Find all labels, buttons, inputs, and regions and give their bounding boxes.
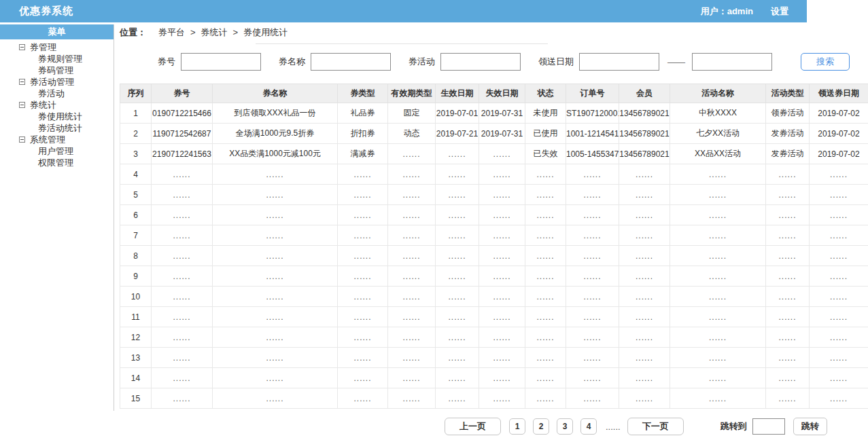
table-cell: ......: [213, 225, 338, 246]
next-page-button[interactable]: 下一页: [627, 418, 684, 435]
table-cell: ......: [338, 164, 388, 185]
table-row: 13......................................…: [120, 348, 868, 368]
table-cell: ......: [152, 287, 213, 307]
table-cell: ST1907120001: [566, 103, 619, 124]
table-cell: ......: [525, 266, 566, 287]
column-header: 券类型: [338, 84, 388, 103]
header-right: 用户：admin 设置: [701, 5, 807, 18]
table-cell: ......: [670, 327, 766, 348]
sidebar-item-group[interactable]: 券管理: [0, 41, 114, 53]
sidebar-item-child[interactable]: 用户管理: [0, 145, 114, 157]
search-field-input[interactable]: [311, 53, 391, 71]
table-cell: ......: [152, 164, 213, 185]
table-cell: ......: [670, 348, 766, 368]
sidebar-item-child[interactable]: 权限管理: [0, 157, 114, 168]
table-cell: ......: [670, 368, 766, 388]
table-cell: 11: [120, 307, 152, 327]
table-cell: 发券活动: [766, 144, 810, 164]
sidebar-item-child[interactable]: 券规则管理: [0, 53, 114, 65]
sidebar-item-child[interactable]: 券活动: [0, 88, 114, 99]
sidebar-item-child[interactable]: 券码管理: [0, 65, 114, 76]
sidebar-item-label: 券统计: [30, 99, 56, 111]
table-cell: 15: [120, 388, 152, 409]
table-cell: ......: [525, 287, 566, 307]
table-cell: ......: [479, 388, 525, 409]
table-cell: ......: [766, 164, 810, 185]
page-number-button[interactable]: 1: [509, 418, 525, 435]
table-cell: 七夕XX活动: [670, 124, 766, 144]
table-cell: ......: [670, 205, 766, 225]
page-number-button[interactable]: 2: [533, 418, 549, 435]
table-cell: XX品类满1000元减100元: [213, 144, 338, 164]
sidebar-item-group[interactable]: 券活动管理: [0, 76, 114, 88]
column-header: 活动名称: [670, 84, 766, 103]
jump-label: 跳转到: [721, 420, 747, 433]
page-number-button[interactable]: 3: [557, 418, 573, 435]
search-field-input[interactable]: [440, 53, 521, 71]
tree-collapse-icon[interactable]: [19, 102, 25, 108]
search-field-input[interactable]: [181, 53, 261, 71]
search-field-group: 券名称: [279, 53, 391, 71]
table-cell: ......: [152, 307, 213, 327]
tree-collapse-icon[interactable]: [19, 136, 25, 143]
table-cell: ......: [213, 327, 338, 348]
page: 优惠券系统 用户：admin 设置 菜单 券管理券规则管理券码管理券活动管理券活…: [0, 0, 868, 438]
table-cell: 10: [120, 287, 152, 307]
breadcrumb-item[interactable]: 券使用统计: [243, 27, 288, 37]
search-button[interactable]: 搜索: [801, 53, 850, 71]
jump-page-input[interactable]: [752, 418, 785, 435]
table-cell: ......: [619, 327, 670, 348]
table-cell: ......: [619, 205, 670, 225]
table-cell: 5: [120, 185, 152, 205]
table-cell: ......: [479, 225, 525, 246]
tree-collapse-icon[interactable]: [19, 79, 25, 85]
table-cell: 已使用: [525, 124, 566, 144]
table-cell: ......: [388, 164, 436, 185]
column-header: 领送券日期: [810, 84, 868, 103]
page-number-button[interactable]: 4: [580, 418, 597, 435]
table-cell: ......: [152, 205, 213, 225]
sidebar-item-child[interactable]: 券活动统计: [0, 122, 114, 134]
table-cell: ......: [388, 348, 436, 368]
column-header: 订单号: [566, 84, 619, 103]
table-cell: ......: [388, 246, 436, 266]
sidebar-item-label: 券活动统计: [38, 122, 82, 134]
table-cell: ......: [670, 388, 766, 409]
table-cell: 12: [120, 327, 152, 348]
table-cell: 2: [120, 124, 152, 144]
table-cell: ......: [479, 327, 525, 348]
date-to-input[interactable]: [692, 53, 772, 71]
table-cell: 13456789021: [619, 124, 670, 144]
sidebar-item-label: 用户管理: [38, 145, 73, 158]
table-cell: ......: [479, 246, 525, 266]
jump-button[interactable]: 跳转: [793, 418, 827, 435]
breadcrumb-item[interactable]: 券统计: [201, 27, 228, 37]
table-cell: 1: [120, 103, 152, 124]
column-header: 失效日期: [479, 84, 525, 103]
table-cell: ......: [566, 266, 619, 287]
settings-link[interactable]: 设置: [771, 5, 788, 18]
table-cell: ......: [810, 348, 868, 368]
table-cell: ......: [670, 266, 766, 287]
sidebar-item-group[interactable]: 券统计: [0, 99, 114, 111]
table-cell: ......: [619, 307, 670, 327]
table-cell: ......: [152, 246, 213, 266]
date-from-input[interactable]: [579, 53, 659, 71]
breadcrumb-items: 券平台>券统计>券使用统计: [156, 26, 290, 39]
prev-page-button[interactable]: 上一页: [445, 418, 501, 435]
sidebar-item-group[interactable]: 系统管理: [0, 134, 114, 145]
tree-collapse-icon[interactable]: [19, 44, 25, 50]
table-cell: ......: [525, 348, 566, 368]
sidebar-item-label: 系统管理: [30, 134, 65, 146]
table-cell: ......: [619, 368, 670, 388]
table-cell: ......: [213, 348, 338, 368]
table-cell: ......: [152, 327, 213, 348]
breadcrumb-item[interactable]: 券平台: [158, 27, 185, 37]
table-cell: ......: [766, 205, 810, 225]
sidebar-item-child[interactable]: 券使用统计: [0, 111, 114, 122]
table-row: 5.......................................…: [120, 185, 868, 205]
table-cell: ......: [566, 327, 619, 348]
table-cell: 1005-1455347: [566, 144, 619, 164]
table-cell: ......: [810, 388, 868, 409]
pagination: 上一页 1234 ...... 下一页 跳转到 跳转: [120, 418, 868, 435]
